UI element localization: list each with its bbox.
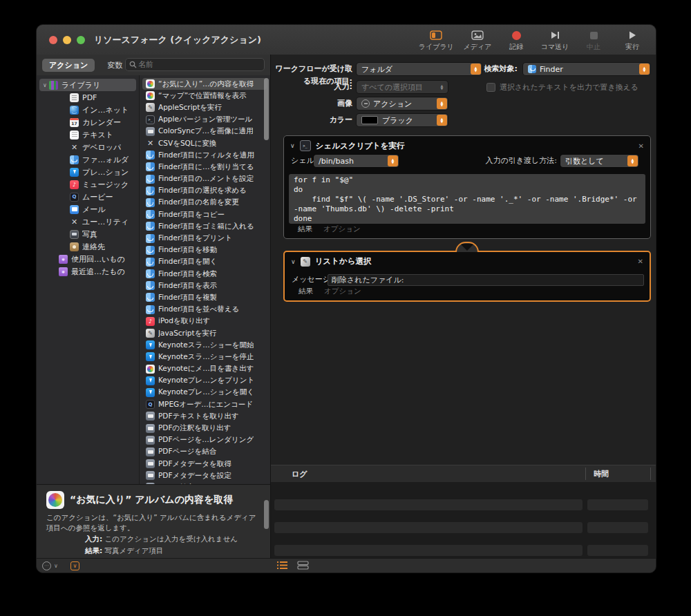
- time-column-header[interactable]: 時間: [594, 469, 609, 479]
- action-list-item[interactable]: Finder項目に…を割り当てる: [142, 161, 267, 173]
- sidebar-item[interactable]: ∨ ユー…リティ: [39, 215, 136, 228]
- action-list-item[interactable]: PDFの注釈を取り出す: [142, 422, 267, 434]
- action-list-item[interactable]: Finder項目の名前を変更: [142, 197, 267, 209]
- action-list-item[interactable]: Finder項目を検索: [142, 268, 267, 280]
- close-icon[interactable]: ✕: [638, 258, 643, 265]
- options-button[interactable]: オプション: [323, 224, 361, 234]
- tab-variables[interactable]: 変数: [107, 60, 122, 70]
- close-window-button[interactable]: [49, 36, 57, 44]
- action-list-scrollbar[interactable]: [264, 78, 269, 140]
- action-list-item[interactable]: Finder項目にフィルタを適用: [142, 149, 267, 161]
- shell-popup[interactable]: /bin/bash ▲▼: [314, 155, 399, 167]
- sidebar-item[interactable]: ∨ 写真: [39, 228, 136, 240]
- action-list-item[interactable]: Keynoteプレ…ションを開く: [142, 387, 267, 398]
- minimize-window-button[interactable]: [63, 36, 71, 44]
- action-list-item[interactable]: Keynoteスラ…ショーを開始: [142, 339, 267, 351]
- action-list-item[interactable]: AppleScriptを実行: [142, 102, 267, 113]
- workflow-receives-popup[interactable]: フォルダ ▲▼: [357, 63, 482, 75]
- collapse-actions-toggle[interactable]: ∨: [70, 561, 79, 570]
- sidebar-item[interactable]: ∨ 使用回…いもの: [39, 253, 136, 265]
- results-button[interactable]: 結果: [298, 224, 312, 234]
- action-list-item[interactable]: PDFメタデータを設定: [142, 470, 267, 481]
- action-list-item[interactable]: Finder項目を移動: [142, 244, 267, 256]
- title-bar[interactable]: リソースフォーク (クイックアクション) ライブラリ メディア 記録: [37, 25, 656, 55]
- action-item-label: Finder項目をゴミ箱に入れる: [158, 222, 254, 231]
- action-list-item[interactable]: Appleバージョン管理ツール: [142, 114, 267, 126]
- finder-icon: [146, 293, 155, 302]
- action-list-item[interactable]: Finder項目をゴミ箱に入れる: [142, 220, 267, 232]
- sidebar-item[interactable]: ∨ デベロッパ: [39, 141, 136, 153]
- message-field[interactable]: [328, 274, 644, 286]
- action-list-item[interactable]: PDFページを結合: [142, 446, 267, 458]
- workflow-color-popup[interactable]: ブラック ▲▼: [357, 114, 448, 126]
- action-list-item[interactable]: iPodを取り出す: [142, 316, 267, 327]
- action-list-item[interactable]: Keynoteにメ…目を書き出す: [142, 363, 267, 375]
- sidebar-item[interactable]: ∨ ミュージック: [39, 178, 136, 191]
- action-list-item[interactable]: ColorSyncプ…を画像に適用: [142, 126, 267, 137]
- action-list-item[interactable]: PDFテキストを取り出す: [142, 410, 267, 422]
- action-item-label: Finder項目をプリント: [158, 233, 232, 243]
- sidebar-item[interactable]: ∨ ライブラリ: [39, 79, 136, 91]
- action-list-item[interactable]: Keynoteスラ…ショーを停止: [142, 351, 267, 363]
- action-list-item[interactable]: PDFページを…レンダリング: [142, 434, 267, 446]
- run-toolbar-button[interactable]: 実行: [617, 27, 647, 55]
- action-list-item[interactable]: “お気に入り”…の内容を取得: [142, 78, 267, 90]
- action-list-item[interactable]: Finder項目をコピー: [142, 209, 267, 220]
- sidebar-item[interactable]: ∨ メール: [39, 203, 136, 215]
- action-list-item[interactable]: Keynoteプレ…ンをプリント: [142, 375, 267, 387]
- action-list-item[interactable]: Finder項目を表示: [142, 280, 267, 291]
- search-scope-popup[interactable]: Finder ▲▼: [523, 63, 650, 75]
- collapse-chevron-icon[interactable]: ∨: [290, 142, 295, 149]
- step-toolbar-button[interactable]: コマ送り: [540, 27, 570, 55]
- action-list-item[interactable]: JavaScriptを実行: [142, 327, 267, 339]
- shell-script-code[interactable]: for f in "$@" do find "$f" \( -name '.DS…: [289, 174, 645, 224]
- record-toolbar-button[interactable]: 記録: [501, 27, 531, 55]
- log-column-divider[interactable]: [585, 468, 586, 480]
- sidebar-item[interactable]: ∨ プレ…ション: [39, 166, 136, 178]
- log-column-header[interactable]: ログ: [292, 469, 307, 479]
- action-block-run-shell-script[interactable]: ∨ シェルスクリプトを実行 ✕ シェル: /bin/bash ▲▼ 入力の引き渡…: [283, 135, 651, 239]
- library-toolbar-button[interactable]: ライブラリ: [419, 27, 454, 55]
- chevron-down-icon[interactable]: ∨: [41, 82, 49, 88]
- action-list-item[interactable]: Finder項目を並べ替える: [142, 304, 267, 316]
- description-scrollbar[interactable]: [264, 500, 269, 529]
- sidebar-item[interactable]: ∨ イン…ネット: [39, 104, 136, 116]
- log-empty-row: [274, 499, 583, 510]
- sidebar-item[interactable]: ∨ テキスト: [39, 128, 136, 141]
- search-input[interactable]: [137, 59, 261, 70]
- action-block-choose-from-list[interactable]: ∨ リストから選択 ✕ メッセージ: 結果 オプション: [283, 251, 651, 302]
- sidebar-item[interactable]: ∨ ムービー: [39, 191, 136, 203]
- sidebar-item[interactable]: ∨ PDF: [39, 91, 136, 104]
- log-view-button[interactable]: [277, 559, 287, 572]
- keynote-icon: [146, 376, 155, 385]
- sidebar-item[interactable]: ∨ カレンダー: [39, 116, 136, 128]
- search-field[interactable]: [125, 58, 265, 71]
- workflow-image-popup[interactable]: アクション ▲▼: [357, 97, 448, 110]
- sidebar-item[interactable]: ∨ ファ…ォルダ: [39, 153, 136, 166]
- variables-view-button[interactable]: [297, 559, 309, 572]
- chevron-down-icon[interactable]: ∨: [54, 563, 58, 569]
- search-icon: [129, 61, 137, 68]
- action-list-item[interactable]: Finder項目を複製: [142, 291, 267, 303]
- pass-input-popup[interactable]: 引数として ▲▼: [560, 155, 638, 167]
- options-button[interactable]: オプション: [324, 287, 361, 296]
- action-list-item[interactable]: MPEGオーデ…にエンコード: [142, 398, 267, 410]
- results-button[interactable]: 結果: [299, 287, 313, 296]
- action-list-item[interactable]: Finder項目を開く: [142, 256, 267, 268]
- zoom-window-button[interactable]: [77, 36, 85, 44]
- tab-actions[interactable]: アクション: [42, 59, 95, 72]
- workflow-color-label: カラー: [271, 114, 352, 126]
- action-list-item[interactable]: Finder項目の...メントを設定: [142, 173, 267, 185]
- close-icon[interactable]: ✕: [638, 142, 644, 150]
- action-list-item[interactable]: CSVをSQLに変換: [142, 137, 267, 149]
- action-list-item[interactable]: Finder項目をプリント: [142, 232, 267, 244]
- collapse-chevron-icon[interactable]: ∨: [291, 258, 296, 265]
- sidebar-item[interactable]: ∨ 連絡先: [39, 240, 136, 253]
- sidebar-item[interactable]: ∨ 最近追…たもの: [39, 265, 136, 278]
- log-column-divider[interactable]: [650, 468, 651, 480]
- media-toolbar-button[interactable]: メディア: [462, 27, 493, 55]
- action-list-item[interactable]: “マップ”で位置情報を表示: [142, 90, 267, 102]
- workflow-options-menu-icon[interactable]: ⋯: [42, 561, 51, 570]
- action-list-item[interactable]: PDFメタデータを取得: [142, 458, 267, 470]
- action-list-item[interactable]: Finder項目の選択を求める: [142, 185, 267, 197]
